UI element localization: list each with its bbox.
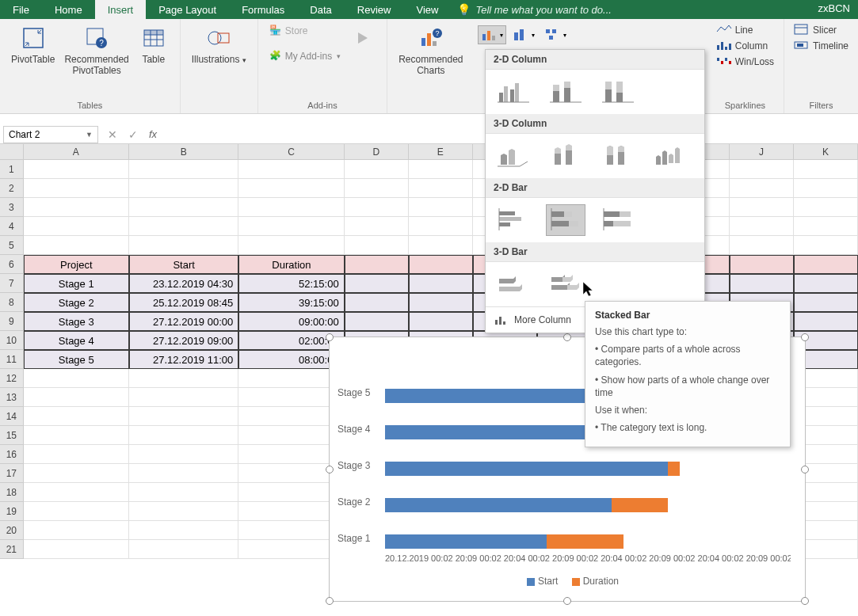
col-header-C[interactable]: C <box>238 144 344 159</box>
cell-B4[interactable] <box>129 217 238 236</box>
cell-J2[interactable] <box>730 179 794 198</box>
cell-A18[interactable] <box>24 483 129 502</box>
row-header-10[interactable]: 10 <box>0 331 24 350</box>
name-box-dropdown-icon[interactable]: ▼ <box>86 131 93 139</box>
cell-J5[interactable] <box>730 236 794 255</box>
col-header-J[interactable]: J <box>730 144 794 159</box>
cell-D9[interactable] <box>345 312 409 331</box>
cell-A12[interactable] <box>24 369 129 388</box>
cell-K6[interactable] <box>794 255 858 274</box>
cell-E5[interactable] <box>409 236 473 255</box>
cell-A14[interactable] <box>24 407 129 426</box>
row-header-14[interactable]: 14 <box>0 407 24 426</box>
cell-A6[interactable]: Project <box>24 255 129 274</box>
cell-D7[interactable] <box>345 274 409 293</box>
bing-maps-button[interactable] <box>345 22 380 57</box>
row-header-6[interactable]: 6 <box>0 255 24 274</box>
cell-D2[interactable] <box>345 179 409 198</box>
tab-home[interactable]: Home <box>42 0 95 19</box>
cell-A13[interactable] <box>24 388 129 407</box>
row-header-11[interactable]: 11 <box>0 350 24 369</box>
cell-D5[interactable] <box>345 236 409 255</box>
tab-review[interactable]: Review <box>345 0 404 19</box>
recommended-pivot-button[interactable]: ? Recommended PivotTables <box>59 22 133 80</box>
cell-C7[interactable]: 52:15:00 <box>238 274 344 293</box>
tab-insert[interactable]: Insert <box>95 0 147 19</box>
col-header-B[interactable]: B <box>129 144 238 159</box>
table-button[interactable]: Table <box>134 22 174 68</box>
chart-handle-w[interactable] <box>326 466 334 473</box>
cell-A3[interactable] <box>24 198 129 217</box>
cell-B10[interactable]: 27.12.2019 09:00 <box>129 331 238 350</box>
cell-A17[interactable] <box>24 464 129 483</box>
cell-A16[interactable] <box>24 445 129 464</box>
3d-stacked-bar-option[interactable] <box>546 268 585 300</box>
100-stacked-column-option[interactable] <box>598 76 638 108</box>
row-header-19[interactable]: 19 <box>0 502 24 521</box>
cell-K3[interactable] <box>794 198 858 217</box>
row-header-2[interactable]: 2 <box>0 179 24 198</box>
hierarchy-chart-dropdown[interactable]: ▾ <box>541 25 570 44</box>
chart-bar-stage-2[interactable]: Stage 2 <box>385 498 668 512</box>
cell-A1[interactable] <box>24 160 129 179</box>
tell-me-box[interactable]: 💡 <box>451 0 641 19</box>
col-header-D[interactable]: D <box>345 144 409 159</box>
cell-A7[interactable]: Stage 1 <box>24 274 129 293</box>
cell-E2[interactable] <box>409 179 473 198</box>
fx-button[interactable]: fx <box>149 128 157 140</box>
tell-me-input[interactable] <box>475 4 634 16</box>
cell-A20[interactable] <box>24 521 129 540</box>
cell-K9[interactable] <box>794 312 858 331</box>
cell-A4[interactable] <box>24 217 129 236</box>
cell-C9[interactable]: 09:00:00 <box>238 312 344 331</box>
row-header-20[interactable]: 20 <box>0 521 24 540</box>
3d-100-stacked-column-option[interactable] <box>598 140 638 172</box>
cell-B5[interactable] <box>129 236 238 255</box>
cell-B20[interactable] <box>129 521 238 540</box>
3d-column-option[interactable] <box>650 140 690 172</box>
cell-J4[interactable] <box>730 217 794 236</box>
cell-E6[interactable] <box>409 255 473 274</box>
cell-E8[interactable] <box>409 293 473 312</box>
cell-B6[interactable]: Start <box>129 255 238 274</box>
3d-clustered-bar-option[interactable] <box>494 268 533 300</box>
illustrations-button[interactable]: Illustrations ▾ <box>187 22 251 68</box>
cell-C5[interactable] <box>238 236 344 255</box>
cell-A8[interactable]: Stage 2 <box>24 293 129 312</box>
cell-D1[interactable] <box>345 160 409 179</box>
sparkline-line-button[interactable]: Line <box>713 22 757 38</box>
cell-C6[interactable]: Duration <box>238 255 344 274</box>
cell-K5[interactable] <box>794 236 858 255</box>
cell-A5[interactable] <box>24 236 129 255</box>
sparkline-winloss-button[interactable]: Win/Loss <box>713 54 777 70</box>
stacked-column-option[interactable] <box>546 76 585 108</box>
cell-B1[interactable] <box>129 160 238 179</box>
name-box[interactable]: Chart 2 ▼ <box>3 126 98 143</box>
tab-file[interactable]: File <box>0 0 42 19</box>
chart-handle-e[interactable] <box>801 466 809 473</box>
cell-J6[interactable] <box>730 255 794 274</box>
clustered-bar-option[interactable] <box>494 204 533 236</box>
cell-A19[interactable] <box>24 502 129 521</box>
row-header-4[interactable]: 4 <box>0 217 24 236</box>
cell-K2[interactable] <box>794 179 858 198</box>
cell-B2[interactable] <box>129 179 238 198</box>
stacked-bar-option[interactable] <box>546 204 585 236</box>
cell-J1[interactable] <box>730 160 794 179</box>
cell-K1[interactable] <box>794 160 858 179</box>
cell-D4[interactable] <box>345 217 409 236</box>
cell-D6[interactable] <box>345 255 409 274</box>
cell-E3[interactable] <box>409 198 473 217</box>
chart-bar-stage-3[interactable]: Stage 3 <box>385 462 680 476</box>
cell-B3[interactable] <box>129 198 238 217</box>
cell-A2[interactable] <box>24 179 129 198</box>
chart-handle-sw[interactable] <box>326 597 334 605</box>
row-header-7[interactable]: 7 <box>0 274 24 293</box>
chart-handle-n[interactable] <box>563 333 571 341</box>
store-button[interactable]: 🏪 Store <box>265 22 345 40</box>
cell-B9[interactable]: 27.12.2019 00:00 <box>129 312 238 331</box>
my-addins-button[interactable]: 🧩 My Add-ins ▾ <box>265 48 345 65</box>
row-header-16[interactable]: 16 <box>0 445 24 464</box>
cell-B14[interactable] <box>129 407 238 426</box>
clustered-column-option[interactable] <box>494 76 533 108</box>
